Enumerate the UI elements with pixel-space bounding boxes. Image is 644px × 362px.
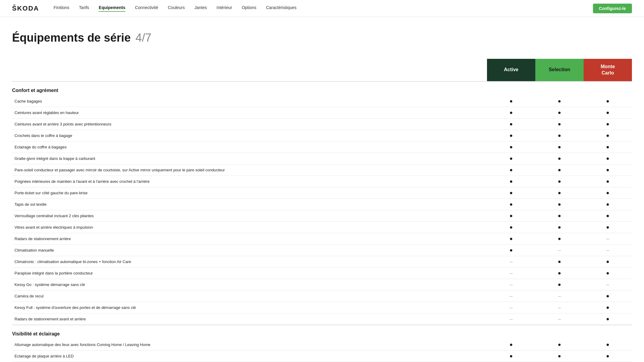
selection-cell: ●: [535, 210, 584, 221]
montecarlo-column-header[interactable]: MonteCarlo: [584, 59, 632, 81]
active-cell: ●: [487, 210, 535, 221]
montecarlo-cell: ●: [584, 96, 632, 107]
row-label: Eclairage du coffre à bagages: [12, 141, 487, 153]
equipment-table-wrapper: Active Selection MonteCarlo Confort et a…: [12, 59, 632, 362]
nav-caracteristiques[interactable]: Caractéristiques: [266, 5, 296, 12]
active-cell: ●: [487, 107, 535, 118]
selection-cell: ●: [535, 118, 584, 130]
active-cell: ●: [487, 153, 535, 164]
table-row: Eclairage de plaque arrière à LED●●●: [12, 350, 632, 362]
selection-cell: ●: [535, 221, 584, 233]
selection-cell: ●: [535, 141, 584, 153]
row-label: Climatisation manuelle: [12, 244, 487, 256]
montecarlo-cell: –: [584, 244, 632, 256]
montecarlo-cell: ●: [584, 164, 632, 176]
active-cell: –: [487, 279, 535, 290]
row-label: Porte-ticket sur côté gauche du pare-bri…: [12, 187, 487, 198]
section-header-row: Visibilité et éclairage: [12, 325, 632, 339]
navigation: ŠKODA Finitions Tarifs Equipements Conne…: [0, 0, 644, 17]
equipment-table: Confort et agrémentCache bagages●●●Ceint…: [12, 81, 632, 362]
row-label: Ceintures avant réglables en hauteur: [12, 107, 487, 118]
table-row: Cache bagages●●●: [12, 96, 632, 107]
row-label: Vitres avant et arrière électriques à im…: [12, 221, 487, 233]
active-cell: ●: [487, 350, 535, 362]
selection-cell: ●: [535, 187, 584, 198]
selection-cell: ●: [535, 176, 584, 187]
row-label: Tapis de sol textile: [12, 198, 487, 210]
montecarlo-cell: ●: [584, 118, 632, 130]
active-cell: ●: [487, 187, 535, 198]
active-cell: ●: [487, 96, 535, 107]
table-row: Climatronic : climatisation automatique …: [12, 256, 632, 267]
configurez-button[interactable]: Configurez-le: [593, 4, 632, 13]
selection-cell: –: [535, 244, 584, 256]
nav-tarifs[interactable]: Tarifs: [79, 5, 89, 12]
active-column-header[interactable]: Active: [487, 59, 535, 81]
page-title-counter: 4/7: [136, 31, 152, 44]
active-cell: ●: [487, 130, 535, 141]
nav-couleurs[interactable]: Couleurs: [168, 5, 185, 12]
row-label: Poignées intérieures de maintien à l'ava…: [12, 176, 487, 187]
active-cell: ●: [487, 164, 535, 176]
table-row: Tapis de sol textile●●●: [12, 198, 632, 210]
montecarlo-cell: ●: [584, 339, 632, 351]
row-label: Radars de stationnement arrière: [12, 233, 487, 244]
row-label: Gratte-givre intégré dans la trappe à ca…: [12, 153, 487, 164]
row-label: Caméra de recul: [12, 290, 487, 302]
nav-jantes[interactable]: Jantes: [194, 5, 207, 12]
selection-cell: ●: [535, 164, 584, 176]
active-cell: ●: [487, 233, 535, 244]
montecarlo-cell: ●: [584, 221, 632, 233]
section-title: Confort et agrément: [12, 81, 632, 96]
montecarlo-cell: ●: [584, 290, 632, 302]
active-cell: ●: [487, 221, 535, 233]
selection-cell: ●: [535, 267, 584, 279]
row-label: Verrouillage centralisé incluant 2 clés …: [12, 210, 487, 221]
row-label: Allumage automatique des feux avec fonct…: [12, 339, 487, 351]
montecarlo-cell: ●: [584, 256, 632, 267]
table-row: Climatisation manuelle●––: [12, 244, 632, 256]
table-row: Ceintures avant et arrière 3 points avec…: [12, 118, 632, 130]
active-cell: ●: [487, 141, 535, 153]
selection-cell: ●: [535, 339, 584, 351]
nav-links: Finitions Tarifs Equipements Connectivit…: [53, 5, 593, 12]
selection-cell: –: [535, 302, 584, 313]
row-label: Crochets dans le coffre à bagage: [12, 130, 487, 141]
active-cell: ●: [487, 176, 535, 187]
row-label: Parapluie intégré dans la portière condu…: [12, 267, 487, 279]
table-row: Crochets dans le coffre à bagage●●●: [12, 130, 632, 141]
active-cell: –: [487, 313, 535, 325]
nav-finitions[interactable]: Finitions: [53, 5, 69, 12]
table-row: Poignées intérieures de maintien à l'ava…: [12, 176, 632, 187]
row-label: Cache bagages: [12, 96, 487, 107]
selection-cell: ●: [535, 153, 584, 164]
montecarlo-cell: ●: [584, 107, 632, 118]
row-label: Ceintures avant et arrière 3 points avec…: [12, 118, 487, 130]
table-row: Gratte-givre intégré dans la trappe à ca…: [12, 153, 632, 164]
montecarlo-cell: ●: [584, 302, 632, 313]
table-row: Eclairage du coffre à bagages●●●: [12, 141, 632, 153]
page-title-text: Équipements de série: [12, 31, 131, 44]
nav-equipements[interactable]: Equipements: [99, 5, 125, 12]
nav-options[interactable]: Options: [242, 5, 256, 12]
montecarlo-cell: ●: [584, 267, 632, 279]
table-row: Porte-ticket sur côté gauche du pare-bri…: [12, 187, 632, 198]
selection-cell: ●: [535, 233, 584, 244]
selection-cell: ●: [535, 198, 584, 210]
selection-column-header[interactable]: Selection: [535, 59, 584, 81]
page-title: Équipements de série 4/7: [12, 31, 632, 44]
row-label: Kessy Go : système démarrage sans clé: [12, 279, 487, 290]
active-cell: –: [487, 256, 535, 267]
nav-connectivite[interactable]: Connectivité: [135, 5, 158, 12]
row-label: Radars de stationnement avant et arrière: [12, 313, 487, 325]
selection-cell: ●: [535, 350, 584, 362]
row-label: Climatronic : climatisation automatique …: [12, 256, 487, 267]
active-cell: –: [487, 267, 535, 279]
nav-interieur[interactable]: Intérieur: [216, 5, 232, 12]
montecarlo-cell: ●: [584, 176, 632, 187]
montecarlo-cell: ●: [584, 187, 632, 198]
table-row: Caméra de recul––●: [12, 290, 632, 302]
active-cell: –: [487, 302, 535, 313]
table-row: Parapluie intégré dans la portière condu…: [12, 267, 632, 279]
selection-cell: ●: [535, 256, 584, 267]
